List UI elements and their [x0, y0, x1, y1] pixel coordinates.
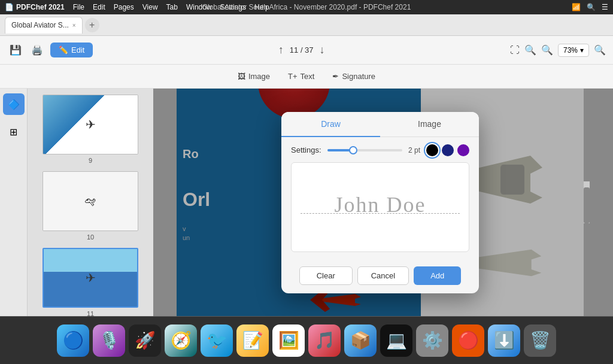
- modal-actions: Clear Cancel Add: [281, 266, 479, 293]
- slider-thumb: [349, 146, 357, 154]
- signature-baseline: [301, 213, 460, 214]
- safari-icon: 🧭: [171, 330, 192, 350]
- pen-size-slider[interactable]: [327, 149, 402, 151]
- color-dark-blue[interactable]: [442, 144, 454, 156]
- sidebar-tools: 🔷 ⊞: [0, 89, 28, 316]
- page-down-arrow[interactable]: ↓: [320, 44, 325, 56]
- pdf-scroll-thumb[interactable]: [584, 187, 590, 223]
- tool-logo[interactable]: 🔷: [3, 93, 25, 115]
- modal-tabs: Draw Image: [281, 112, 479, 137]
- zoom-out-button[interactable]: 🔍: [524, 44, 536, 56]
- zoom-level-display[interactable]: 73% ▾: [558, 44, 589, 57]
- menu-file[interactable]: File: [73, 3, 84, 11]
- downloads-icon: ⬇️: [494, 330, 515, 350]
- pdf-scrollbar[interactable]: [584, 181, 590, 223]
- dock-launchpad[interactable]: 🚀: [129, 324, 161, 357]
- tab-draw[interactable]: Draw: [281, 112, 380, 137]
- music-icon: 🎵: [314, 330, 335, 350]
- signature-tool-label: Signature: [342, 72, 375, 81]
- zoom-in-button[interactable]: 🔍: [541, 44, 553, 56]
- tab-label: Global Aviator S...: [11, 21, 69, 29]
- dock-downloads[interactable]: ⬇️: [488, 324, 520, 357]
- thumb-label-9: 9: [89, 157, 92, 164]
- edit-label: Edit: [71, 46, 84, 54]
- dock-appstore[interactable]: 📦: [344, 324, 377, 357]
- color-black[interactable]: [426, 144, 438, 156]
- app-window: Global Aviator S... × + 💾 🖨️ ✏️ Edit ↑ 1…: [0, 14, 613, 316]
- page-current: 11: [290, 46, 298, 54]
- page-total: 37: [305, 46, 313, 54]
- window-title: Global Aviator South Africa - November 2…: [202, 3, 411, 11]
- thumbnail-9[interactable]: ✈ 9: [34, 95, 147, 164]
- tab-close-button[interactable]: ×: [72, 22, 76, 29]
- cancel-button[interactable]: Cancel: [357, 266, 409, 285]
- image-tool-button[interactable]: 🖼 Image: [238, 72, 270, 81]
- image-tool-icon: 🖼: [238, 72, 245, 81]
- save-button[interactable]: 💾: [7, 42, 24, 58]
- add-button[interactable]: Add: [414, 266, 461, 285]
- signature-canvas[interactable]: John Doe: [291, 162, 469, 252]
- pdf-page: RUSSIA'S INDUSTRY PRODUCTS Ro Orl vun: [177, 89, 584, 316]
- thumb-img-10[interactable]: 🛩: [43, 171, 138, 231]
- tool-grid[interactable]: ⊞: [3, 121, 25, 142]
- thumbnails-sidebar[interactable]: ✈ 9 🛩 10 ✈ 11: [28, 89, 153, 316]
- print-button[interactable]: 🖨️: [29, 42, 45, 58]
- search-menubar-icon[interactable]: 🔍: [587, 3, 596, 11]
- active-tab[interactable]: Global Aviator S... ×: [5, 17, 83, 34]
- page-info: 11 / 37: [290, 46, 314, 54]
- appstore-icon: 📦: [350, 330, 371, 350]
- menu-view[interactable]: View: [142, 3, 158, 11]
- dock-safari[interactable]: 🧭: [165, 324, 197, 357]
- app-logo-icon: 📄: [5, 3, 14, 11]
- text-tool-icon: T+: [288, 72, 298, 81]
- menu-tab[interactable]: Tab: [166, 3, 178, 11]
- menubar: 📄 PDFChef 2021 File Edit Pages View Tab …: [0, 0, 613, 14]
- page-up-arrow[interactable]: ↑: [278, 44, 284, 56]
- tab-image[interactable]: Image: [380, 112, 479, 136]
- annotation-toolbar: 🖼 Image T+ Text ✒ Signature: [0, 65, 613, 89]
- app-name: PDFChef 2021: [16, 3, 65, 11]
- pdf-area[interactable]: RUSSIA'S INDUSTRY PRODUCTS Ro Orl vun: [153, 89, 613, 316]
- thumb-label-10: 10: [87, 233, 94, 241]
- signature-tool-button[interactable]: ✒ Signature: [332, 72, 375, 81]
- systemprefs-icon: ⚙️: [422, 330, 443, 350]
- menu-edit[interactable]: Edit: [93, 3, 105, 11]
- zoom-value: 73%: [563, 46, 578, 54]
- tabbar: Global Aviator S... × +: [0, 14, 613, 36]
- menu-pages[interactable]: Pages: [114, 3, 134, 11]
- clear-button[interactable]: Clear: [299, 266, 353, 285]
- fullscreen-button[interactable]: ⛶: [510, 45, 520, 56]
- color-purple[interactable]: [457, 144, 469, 156]
- signature-tool-icon: ✒: [332, 72, 339, 81]
- dock-notes[interactable]: 📝: [236, 324, 269, 357]
- dock-trash[interactable]: 🗑️: [524, 324, 556, 357]
- thumb-img-9[interactable]: ✈: [43, 95, 138, 154]
- dock-finder[interactable]: 🔵: [57, 324, 89, 357]
- dock-photos[interactable]: 🖼️: [272, 324, 305, 357]
- notes-icon: 📝: [242, 330, 263, 350]
- trash-icon: 🗑️: [530, 330, 551, 350]
- modal-overlay[interactable]: Draw Image Settings: 2 pt: [177, 89, 584, 316]
- main-area: 🔷 ⊞ ✈ 9 🛩 10: [0, 89, 613, 316]
- dock-twitter[interactable]: 🐦: [201, 324, 233, 357]
- toolbar-center: ↑ 11 / 37 ↓: [100, 44, 503, 56]
- siri-icon: 🎙️: [99, 330, 120, 350]
- dock-terminal[interactable]: 💻: [380, 324, 412, 357]
- thumbnail-11[interactable]: ✈ 11: [34, 248, 147, 316]
- dock-ubuntu[interactable]: 🔴: [452, 324, 484, 357]
- text-tool-button[interactable]: T+ Text: [288, 72, 314, 81]
- dock-music[interactable]: 🎵: [308, 324, 341, 357]
- thumb-img-11[interactable]: ✈: [43, 248, 138, 308]
- control-center-icon[interactable]: ☰: [602, 3, 608, 11]
- search-page-button[interactable]: 🔍: [594, 44, 606, 56]
- dock: 🔵 🎙️ 🚀 🧭 🐦 📝 🖼️ 🎵 📦 💻 ⚙️ 🔴 ⬇️ 🗑️: [0, 316, 613, 364]
- toolbar-right: ⛶ 🔍 🔍 73% ▾ 🔍: [510, 44, 606, 57]
- dock-siri[interactable]: 🎙️: [93, 324, 125, 357]
- text-tool-label: Text: [301, 72, 315, 81]
- edit-button[interactable]: ✏️ Edit: [50, 43, 93, 57]
- toolbar-left: 💾 🖨️ ✏️ Edit: [7, 42, 93, 58]
- new-tab-button[interactable]: +: [85, 18, 99, 32]
- dock-systemprefs[interactable]: ⚙️: [416, 324, 448, 357]
- main-toolbar: 💾 🖨️ ✏️ Edit ↑ 11 / 37 ↓ ⛶ 🔍 🔍 73% ▾: [0, 36, 613, 65]
- thumbnail-10[interactable]: 🛩 10: [34, 171, 147, 241]
